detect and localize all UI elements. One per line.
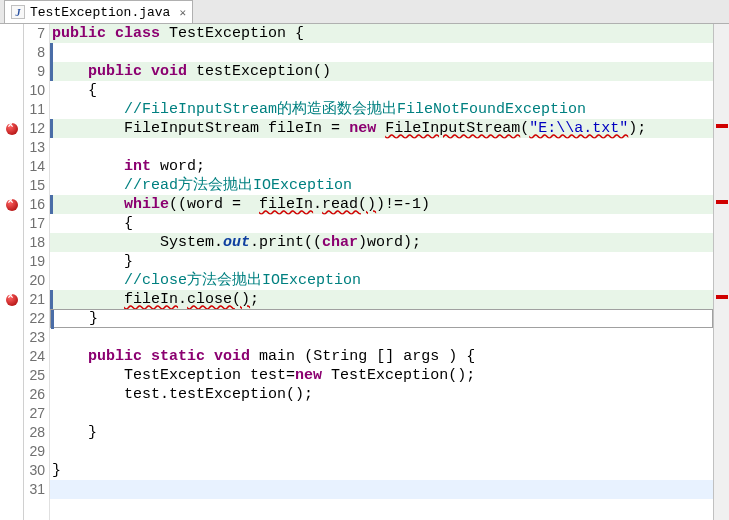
java-file-icon: J: [11, 5, 25, 19]
code-line[interactable]: test.testException();: [50, 385, 713, 404]
code-line[interactable]: public static void main (String [] args …: [50, 347, 713, 366]
overview-error-mark[interactable]: [716, 200, 728, 204]
code-line[interactable]: //read方法会抛出IOException: [50, 176, 713, 195]
code-line[interactable]: public void testException(): [50, 62, 713, 81]
code-line[interactable]: }: [50, 252, 713, 271]
code-line[interactable]: {: [50, 81, 713, 100]
error-marker-icon[interactable]: [6, 294, 18, 306]
code-area[interactable]: public class TestException { public void…: [50, 24, 713, 520]
code-line[interactable]: [50, 328, 713, 347]
code-editor[interactable]: 7 8 9 10 11 12 13 14 15 16 17 18 19 20 2…: [0, 24, 729, 520]
overview-error-mark[interactable]: [716, 295, 728, 299]
code-line[interactable]: while((word = fileIn.read())!=-1): [50, 195, 713, 214]
code-line[interactable]: [50, 404, 713, 423]
code-line[interactable]: [50, 43, 713, 62]
overview-ruler[interactable]: [713, 24, 729, 520]
code-line[interactable]: }: [50, 461, 713, 480]
code-line[interactable]: FileInputStream fileIn = new FileInputSt…: [50, 119, 713, 138]
code-line[interactable]: }: [50, 309, 713, 328]
code-line[interactable]: [50, 442, 713, 461]
overview-error-mark[interactable]: [716, 124, 728, 128]
line-number-ruler: 7 8 9 10 11 12 13 14 15 16 17 18 19 20 2…: [24, 24, 50, 520]
error-marker-icon[interactable]: [6, 123, 18, 135]
code-line[interactable]: //FileInputStream的构造函数会抛出FileNotFoundExc…: [50, 100, 713, 119]
code-line[interactable]: [50, 138, 713, 157]
marker-gutter: [0, 24, 24, 520]
code-line[interactable]: int word;: [50, 157, 713, 176]
code-line[interactable]: [50, 480, 713, 499]
code-line[interactable]: System.out.print((char)word);: [50, 233, 713, 252]
code-line[interactable]: public class TestException {: [50, 24, 713, 43]
editor-tabbar: J TestException.java ✕: [0, 0, 729, 24]
code-line[interactable]: //close方法会抛出IOException: [50, 271, 713, 290]
error-marker-icon[interactable]: [6, 199, 18, 211]
code-line[interactable]: {: [50, 214, 713, 233]
file-tab[interactable]: J TestException.java ✕: [4, 0, 193, 23]
code-line[interactable]: }: [50, 423, 713, 442]
code-line[interactable]: TestException test=new TestException();: [50, 366, 713, 385]
close-icon[interactable]: ✕: [179, 6, 186, 19]
tab-filename: TestException.java: [30, 5, 170, 20]
code-line[interactable]: fileIn.close();: [50, 290, 713, 309]
